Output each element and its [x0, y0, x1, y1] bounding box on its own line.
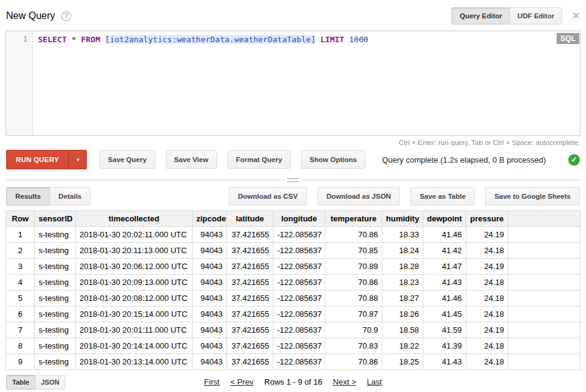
table-cell: 70.9 [325, 322, 382, 338]
column-header: pressure [466, 211, 508, 227]
table-cell: s-testing [35, 259, 76, 275]
column-header [508, 211, 580, 227]
run-query-group: RUN QUERY ▼ [6, 150, 87, 169]
table-cell: 24.18 [466, 306, 508, 322]
table-cell [508, 290, 580, 306]
table-cell: 9 [6, 354, 35, 370]
sql-code-area[interactable]: SELECT * FROM [iot2analytics:weatherData… [33, 31, 580, 135]
table-row: 4s-testing2018-01-30 20:09:13.000 UTC940… [6, 275, 580, 290]
column-header: temperature [325, 211, 382, 227]
format-query-button[interactable]: Format Query [228, 150, 291, 169]
results-actions: Download as CSV Download as JSON Save as… [229, 187, 580, 205]
sql-badge: SQL [557, 33, 579, 44]
pagination-next-link[interactable]: Next > [333, 377, 356, 386]
download-csv-button[interactable]: Download as CSV [229, 187, 307, 205]
table-cell: 24.19 [466, 227, 508, 243]
table-cell: 18.24 [382, 243, 423, 259]
save-view-button[interactable]: Save View [166, 150, 217, 169]
table-cell: 24.18 [466, 243, 508, 259]
save-as-table-button[interactable]: Save as Table [410, 187, 475, 205]
table-cell: 24.18 [466, 354, 508, 370]
table-cell: 37.421655 [227, 227, 273, 243]
save-query-button[interactable]: Save Query [99, 150, 155, 169]
query-editor[interactable]: 1 SELECT * FROM [iot2analytics:weatherDa… [6, 31, 580, 136]
table-cell: 94043 [193, 306, 227, 322]
show-options-button[interactable]: Show Options [301, 150, 365, 169]
table-cell: 70.83 [325, 338, 382, 354]
query-toolbar: RUN QUERY ▼ Save Query Save View Format … [6, 150, 580, 169]
table-row: 3s-testing2018-01-30 20:06:12.000 UTC940… [6, 259, 580, 275]
table-cell: 37.421655 [227, 338, 273, 354]
table-cell: 37.421655 [227, 275, 273, 290]
run-query-button[interactable]: RUN QUERY [6, 150, 69, 169]
table-cell: 2018-01-30 20:15:14.000 UTC [76, 306, 193, 322]
table-cell: 1 [6, 227, 35, 243]
table-row: 7s-testing2018-01-30 20:01:11.000 UTC940… [6, 322, 580, 338]
splitter-grip-handle[interactable] [285, 177, 301, 183]
table-cell: 94043 [193, 243, 227, 259]
table-cell: 2018-01-30 20:13:14.000 UTC [76, 354, 193, 370]
table-cell [508, 227, 580, 243]
table-cell: 18.22 [382, 338, 423, 354]
download-json-button[interactable]: Download as JSON [317, 187, 400, 205]
table-cell: 2018-01-30 20:14:14.000 UTC [76, 338, 193, 354]
table-cell [508, 243, 580, 259]
table-cell: s-testing [35, 243, 76, 259]
results-tabs: Results Details [6, 187, 91, 205]
table-cell [508, 354, 580, 370]
tab-details[interactable]: Details [50, 187, 91, 205]
success-check-icon[interactable]: ✓ [568, 154, 580, 166]
table-cell: 41.59 [423, 322, 466, 338]
table-cell: 94043 [193, 227, 227, 243]
tab-results[interactable]: Results [6, 187, 50, 205]
table-row: 6s-testing2018-01-30 20:15:14.000 UTC940… [6, 306, 580, 322]
tab-query-editor[interactable]: Query Editor [451, 7, 510, 24]
table-cell: 70.86 [325, 275, 382, 290]
table-cell: 4 [6, 275, 35, 290]
table-cell: 7 [6, 322, 35, 338]
shortcut-hint: Ctrl + Enter: run query, Tab or Ctrl + S… [6, 139, 580, 146]
table-cell [508, 306, 580, 322]
table-cell: -122.085637 [273, 354, 325, 370]
tab-udf-editor[interactable]: UDF Editor [510, 7, 562, 24]
table-cell: 2018-01-30 20:06:12.000 UTC [76, 259, 193, 275]
sql-star: * [67, 35, 81, 44]
table-cell [508, 275, 580, 290]
table-cell: 2018-01-30 20:02:11.000 UTC [76, 227, 193, 243]
pagination-prev-link[interactable]: < Prev [230, 377, 253, 386]
table-row: 8s-testing2018-01-30 20:14:14.000 UTC940… [6, 338, 580, 354]
table-cell: 2018-01-30 20:09:13.000 UTC [76, 275, 193, 290]
pagination-first-link[interactable]: First [204, 377, 220, 386]
column-header: Row [6, 211, 35, 227]
check-glyph: ✓ [571, 155, 577, 164]
sql-number: 1000 [349, 35, 368, 44]
table-cell: 41.42 [423, 243, 466, 259]
table-cell: s-testing [35, 354, 76, 370]
help-icon[interactable]: ? [61, 11, 72, 21]
table-cell: 37.421655 [227, 354, 273, 370]
editor-results-splitter[interactable] [6, 177, 580, 183]
table-cell: 41.45 [423, 306, 466, 322]
table-cell: 6 [6, 306, 35, 322]
table-cell: -122.085637 [273, 275, 325, 290]
save-to-sheets-button[interactable]: Save to Google Sheets [485, 187, 580, 205]
table-cell: 18.58 [382, 322, 423, 338]
column-header: timecollected [76, 211, 193, 227]
table-cell: 70.86 [325, 227, 382, 243]
table-cell: 24.18 [466, 338, 508, 354]
results-table: RowsensorIDtimecollectedzipcodelatitudel… [6, 210, 580, 370]
table-row: 2s-testing2018-01-30 20:11:13.000 UTC940… [6, 243, 580, 259]
table-cell: -122.085637 [273, 306, 325, 322]
table-cell: 5 [6, 290, 35, 306]
table-cell: 18.26 [382, 306, 423, 322]
pagination-range-text: Rows 1 - 9 of 16 [264, 377, 322, 386]
run-query-dropdown[interactable]: ▼ [69, 150, 87, 169]
table-cell: 70.87 [325, 306, 382, 322]
pagination-last-link[interactable]: Last [367, 377, 382, 386]
table-cell: 2018-01-30 20:08:12.000 UTC [76, 290, 193, 306]
table-cell: s-testing [35, 290, 76, 306]
close-icon[interactable]: × [572, 11, 580, 21]
table-cell: 94043 [193, 338, 227, 354]
table-row: 5s-testing2018-01-30 20:08:12.000 UTC940… [6, 290, 580, 306]
column-header: dewpoint [423, 211, 466, 227]
